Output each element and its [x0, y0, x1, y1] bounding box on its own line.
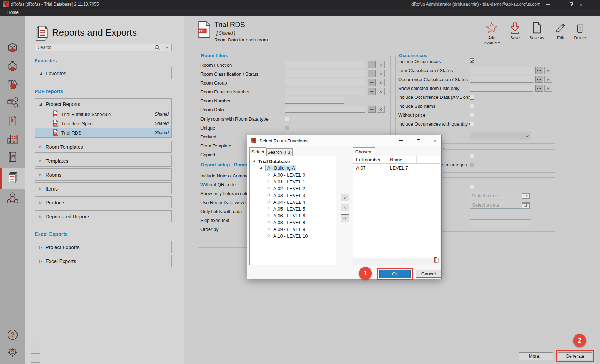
- report-item-selected[interactable]: PDF Trial RDS Shared: [35, 128, 171, 137]
- ok-button[interactable]: Ok: [379, 270, 411, 278]
- restore-button[interactable]: [565, 0, 576, 9]
- search-clear-icon[interactable]: ×: [165, 44, 169, 50]
- more-button[interactable]: More...: [519, 352, 553, 360]
- occurrence-classification-lookup-button[interactable]: [535, 76, 543, 83]
- transfer-add-button[interactable]: >: [341, 194, 349, 201]
- tree-node-level[interactable]: ▷A.10 - LEVEL 10: [250, 233, 308, 239]
- sidebar-item-help[interactable]: ?: [0, 326, 25, 345]
- dialog-minimize-button[interactable]: [396, 135, 406, 146]
- room-data-input[interactable]: [285, 106, 365, 113]
- tree-node-level[interactable]: ▷A.04 - LEVEL 4: [250, 199, 305, 205]
- include-sub-items-checkbox[interactable]: [470, 104, 474, 108]
- close-button[interactable]: ×: [576, 0, 586, 9]
- sidebar-item-rooms[interactable]: [0, 40, 25, 58]
- show-selected-item-lists-lookup-button[interactable]: [535, 85, 543, 92]
- tree-node-building-selected[interactable]: A - Building A: [250, 165, 296, 171]
- only-rooms-with-rd-type-checkbox[interactable]: [285, 117, 289, 121]
- date-from-input[interactable]: Select a date 15: [470, 192, 531, 199]
- room-classification-clear-button[interactable]: [377, 70, 385, 77]
- tree-node-level[interactable]: ▷A.01 - LEVEL 1: [250, 179, 305, 184]
- tree-node-level[interactable]: ▷A.06 - LEVEL 6: [250, 213, 305, 218]
- transfer-remove-all-button[interactable]: <<: [341, 214, 349, 222]
- as-images-checkbox[interactable]: [470, 163, 474, 167]
- search-icon[interactable]: [155, 45, 160, 52]
- date-to-input[interactable]: Select a date 15: [470, 201, 531, 209]
- sidebar-expand[interactable]: [0, 362, 25, 364]
- sidebar-item-room-templates[interactable]: [0, 58, 25, 77]
- group-templates[interactable]: ▷Templates: [35, 155, 172, 167]
- item-classification-lookup-button[interactable]: [535, 67, 543, 74]
- menu-home[interactable]: Home: [7, 10, 19, 15]
- search-input[interactable]: [35, 44, 156, 51]
- sidebar-item-settings[interactable]: [0, 344, 25, 362]
- sidebar-item-items[interactable]: [0, 76, 25, 94]
- include-occurrences-checkbox[interactable]: [470, 58, 474, 63]
- item-classification-clear-button[interactable]: [544, 67, 552, 74]
- tree-node-level[interactable]: ▷A.03 - LEVEL 3: [250, 193, 305, 198]
- item-classification-input[interactable]: [470, 67, 533, 74]
- group-products[interactable]: ▷Products: [35, 196, 172, 208]
- extra-field-2[interactable]: [470, 219, 531, 227]
- room-function-clear-button[interactable]: [377, 61, 385, 68]
- show-selected-item-lists-clear-button[interactable]: [544, 85, 552, 92]
- chosen-row-full-number[interactable]: A.07: [356, 165, 366, 171]
- tree-node-level[interactable]: ▷A.05 - LEVEL 5: [250, 206, 305, 212]
- tree-node-level[interactable]: ▷A.00 - LEVEL 0: [250, 172, 305, 178]
- room-function-number-clear-button[interactable]: [377, 88, 385, 95]
- transfer-remove-button[interactable]: <: [341, 204, 349, 211]
- tab-search[interactable]: Search (F3): [266, 148, 292, 156]
- tab-select[interactable]: Select: [249, 147, 266, 156]
- tree-node-root[interactable]: Trial Database: [250, 159, 290, 164]
- without-price-checkbox[interactable]: [470, 113, 474, 117]
- sidebar-item-reports[interactable]: [0, 168, 25, 189]
- save-button[interactable]: Save: [506, 21, 524, 40]
- sidebar-item-attachments[interactable]: [0, 112, 25, 131]
- occurrence-classification-clear-button[interactable]: [544, 76, 552, 83]
- calendar-icon[interactable]: 15: [522, 202, 530, 208]
- sidebar-item-systems[interactable]: [0, 189, 25, 208]
- room-group-input[interactable]: [285, 79, 365, 86]
- edit-button[interactable]: Edit: [551, 21, 570, 40]
- chosen-col-full-number[interactable]: Full number: [353, 156, 387, 164]
- chosen-row-name[interactable]: LEVEL 7: [390, 165, 408, 171]
- occurrence-classification-input[interactable]: [470, 76, 533, 83]
- room-group-clear-button[interactable]: [377, 79, 385, 86]
- report-item[interactable]: PDF Trial Furniture Schedule Shared: [35, 110, 171, 119]
- include-qty0-checkbox[interactable]: [470, 122, 474, 126]
- favorites-group[interactable]: Favorites: [35, 67, 172, 79]
- occurrences-sort-combobox[interactable]: [470, 132, 531, 140]
- room-number-input[interactable]: [285, 97, 344, 104]
- group-items[interactable]: ▷Items: [35, 182, 172, 194]
- chosen-col-name[interactable]: Name: [387, 156, 417, 164]
- room-function-input[interactable]: [285, 61, 365, 68]
- room-function-number-lookup-button[interactable]: [368, 88, 376, 95]
- room-data-clear-button[interactable]: [377, 106, 385, 113]
- group-rooms[interactable]: ▷Rooms: [35, 168, 172, 181]
- show-selected-item-lists-input[interactable]: [470, 85, 533, 92]
- generate-button[interactable]: Generate: [558, 352, 592, 360]
- unique-checkbox[interactable]: [285, 126, 289, 130]
- room-classification-input[interactable]: [285, 70, 365, 77]
- room-data-lookup-button[interactable]: [368, 106, 376, 113]
- room-function-number-input[interactable]: [285, 88, 365, 95]
- group-excel-exports[interactable]: ▷Excel Exports: [35, 255, 172, 267]
- group-project-exports[interactable]: ▷Project Exports: [35, 241, 172, 253]
- add-favorite-button[interactable]: Addfavorite: [481, 21, 502, 45]
- images-option-checkbox[interactable]: [470, 154, 474, 158]
- tree-node-level[interactable]: ▷A.09 - LEVEL 9: [250, 227, 305, 232]
- room-classification-lookup-button[interactable]: [368, 70, 376, 77]
- date-filter-checkbox[interactable]: [470, 185, 474, 189]
- room-group-lookup-button[interactable]: [368, 79, 376, 86]
- tree-node-level[interactable]: ▷A.08 - LEVEL 8: [250, 220, 305, 225]
- paste-icon[interactable]: [434, 257, 439, 264]
- save-as-button[interactable]: Save as: [526, 21, 547, 40]
- sidebar-item-products[interactable]: [0, 94, 25, 112]
- project-reports-toggle[interactable]: Project Reports: [35, 99, 171, 110]
- delete-button[interactable]: Delete: [570, 21, 590, 40]
- extra-field-1[interactable]: [470, 211, 531, 218]
- dialog-close-button[interactable]: ×: [430, 135, 440, 146]
- report-item[interactable]: PDF Trial Item Spec Shared: [35, 119, 171, 128]
- include-occurrence-data-checkbox[interactable]: [470, 95, 474, 100]
- tree-node-level[interactable]: ▷A.02 - LEVEL 2: [250, 186, 305, 191]
- sidebar-item-catalog[interactable]: [0, 148, 25, 167]
